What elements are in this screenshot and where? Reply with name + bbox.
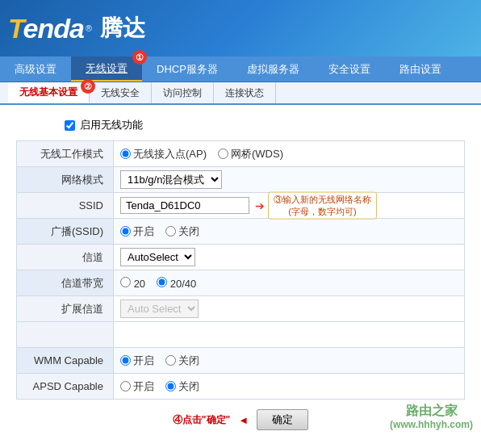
annotation-step4: ④点击"确定" xyxy=(173,413,230,427)
radio-wmm-on[interactable]: 开启 xyxy=(120,354,154,368)
radio-bw-20[interactable]: 20 xyxy=(120,277,145,290)
row-wmm: WMM Capable 开启 关闭 xyxy=(17,348,465,374)
radio-broadcast-on[interactable]: 开启 xyxy=(120,224,154,239)
logo-tenda: Tenda xyxy=(8,13,84,44)
label-ext-channel: 扩展信道 xyxy=(17,296,114,322)
subnav-basic[interactable]: 无线基本设置 ② xyxy=(8,82,90,103)
value-ext-channel: Auto Select xyxy=(114,296,465,322)
section-gap xyxy=(17,322,465,348)
value-wmm: 开启 关闭 xyxy=(114,348,465,374)
label-apsd: APSD Capable xyxy=(17,374,114,400)
subnav-access-control[interactable]: 访问控制 xyxy=(152,82,214,103)
enable-wireless-label: 启用无线功能 xyxy=(80,118,143,132)
nav-virtual-server[interactable]: 虚拟服务器 xyxy=(232,57,314,82)
value-broadcast: 开启 关闭 xyxy=(114,219,465,245)
label-broadcast: 广播(SSID) xyxy=(17,219,114,245)
value-apsd: 开启 关闭 xyxy=(114,374,465,400)
row-ext-channel: 扩展信道 Auto Select xyxy=(17,296,465,322)
label-wmm: WMM Capable xyxy=(17,348,114,374)
content-area: 启用无线功能 无线工作模式 无线接入点(AP) 网桥(WDS) 网络模式 11b… xyxy=(0,105,481,438)
header: Tenda ® 腾达 xyxy=(0,0,481,57)
row-network-mode: 网络模式 11b/g/n混合模式 11b/g混合模式 11n模式 xyxy=(17,167,465,193)
select-ext-channel[interactable]: Auto Select xyxy=(120,299,199,318)
row-ssid: SSID ➔ ③输入新的无线网络名称 (字母，数字均可) xyxy=(17,193,465,219)
row-broadcast: 广播(SSID) 开启 关闭 xyxy=(17,219,465,245)
radio-bw-2040[interactable]: 20/40 xyxy=(157,277,196,290)
label-channel: 信道 xyxy=(17,245,114,270)
subnav-connection-status[interactable]: 连接状态 xyxy=(214,82,276,103)
top-nav: 高级设置 无线设置 ① DHCP服务器 虚拟服务器 安全设置 路由设置 xyxy=(0,57,481,82)
watermark: 路由之家 (www.hhhyh.com) xyxy=(390,403,473,432)
label-ssid: SSID xyxy=(17,193,114,219)
radio-apsd-off[interactable]: 关闭 xyxy=(165,379,199,394)
settings-table: 无线工作模式 无线接入点(AP) 网桥(WDS) 网络模式 11b/g/n混合模… xyxy=(16,140,465,400)
radio-broadcast-off[interactable]: 关闭 xyxy=(165,224,199,239)
radio-wds[interactable]: 网桥(WDS) xyxy=(218,147,283,161)
row-work-mode: 无线工作模式 无线接入点(AP) 网桥(WDS) xyxy=(17,141,465,167)
row-channel: 信道 AutoSelect 12345 678910 111213 xyxy=(17,245,465,270)
value-work-mode: 无线接入点(AP) 网桥(WDS) xyxy=(114,141,465,167)
label-bandwidth: 信道带宽 xyxy=(17,270,114,296)
radio-apsd-on[interactable]: 开启 xyxy=(120,379,154,394)
nav-wireless[interactable]: 无线设置 ① xyxy=(71,57,142,82)
value-channel: AutoSelect 12345 678910 111213 xyxy=(114,245,465,270)
ssid-note: ③输入新的无线网络名称 (字母，数字均可) xyxy=(268,191,377,220)
logo-chinese: 腾达 xyxy=(100,13,145,44)
value-bandwidth: 20 20/40 xyxy=(114,270,465,296)
label-network-mode: 网络模式 xyxy=(17,167,114,193)
ssid-annotation: ➔ ③输入新的无线网络名称 (字母，数字均可) xyxy=(255,191,377,220)
annotation-circle-2: ② xyxy=(81,79,95,94)
enable-wireless-row: 启用无线功能 xyxy=(16,113,465,137)
nav-dhcp[interactable]: DHCP服务器 xyxy=(142,57,232,82)
nav-advanced[interactable]: 高级设置 xyxy=(0,57,71,82)
ssid-input[interactable] xyxy=(120,197,249,214)
enable-wireless-checkbox[interactable] xyxy=(65,120,75,131)
annotation-circle-1: ① xyxy=(132,50,147,65)
radio-wmm-off[interactable]: 关闭 xyxy=(165,354,199,368)
row-apsd: APSD Capable 开启 关闭 xyxy=(17,374,465,400)
arrow-icon: ➔ xyxy=(255,199,265,212)
subnav-security[interactable]: 无线安全 xyxy=(90,82,152,103)
label-work-mode: 无线工作模式 xyxy=(17,141,114,167)
row-bandwidth: 信道带宽 20 20/40 xyxy=(17,270,465,296)
value-network-mode: 11b/g/n混合模式 11b/g混合模式 11n模式 xyxy=(114,167,465,193)
nav-routing[interactable]: 路由设置 xyxy=(385,57,456,82)
arrow-confirm: ◄ xyxy=(238,414,249,426)
confirm-button[interactable]: 确定 xyxy=(257,409,308,430)
select-channel[interactable]: AutoSelect 12345 678910 111213 xyxy=(120,248,195,266)
logo-registered: ® xyxy=(86,23,92,33)
nav-security[interactable]: 安全设置 xyxy=(314,57,385,82)
sub-nav: 无线基本设置 ② 无线安全 访问控制 连接状态 xyxy=(0,82,481,105)
select-network-mode[interactable]: 11b/g/n混合模式 11b/g混合模式 11n模式 xyxy=(120,170,222,189)
value-ssid: ➔ ③输入新的无线网络名称 (字母，数字均可) xyxy=(114,193,465,219)
radio-ap[interactable]: 无线接入点(AP) xyxy=(120,147,207,161)
